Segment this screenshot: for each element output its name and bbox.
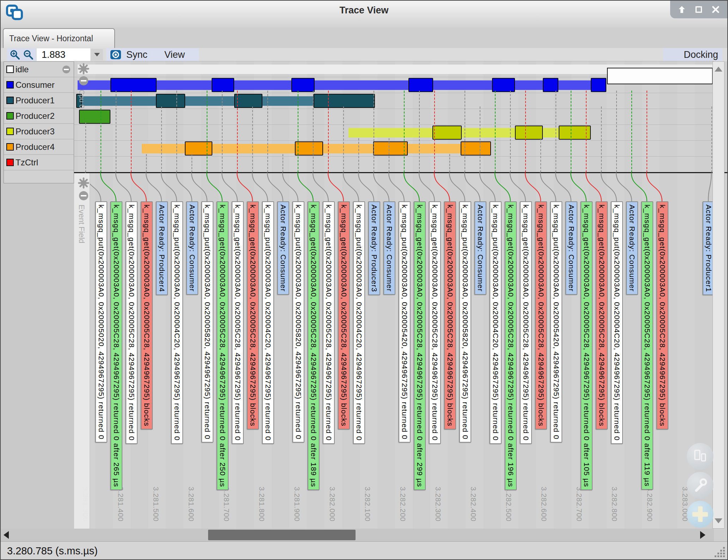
time-tick-label: 3.281.800 xyxy=(257,487,266,522)
legend-row-tzctrl[interactable]: TzCtrl xyxy=(4,155,74,170)
row-grid-line xyxy=(74,124,714,125)
consumer-running-block[interactable] xyxy=(543,78,558,92)
leader-curve xyxy=(480,172,495,201)
event-label[interactable]: k_msgq_get(0x200003A0, 0x20005C28, 42949… xyxy=(110,201,122,490)
event-label[interactable]: k_msgq_put(0x200003A0, 0x20004C20, 42949… xyxy=(490,201,502,444)
leader-curve xyxy=(252,172,268,201)
event-label[interactable]: k_msgq_put(0x200003A0, 0x20005020, 42949… xyxy=(95,201,107,443)
legend-color-swatch xyxy=(6,128,14,135)
event-label[interactable]: k_msgq_put(0x200003A0, 0x20005420, 42949… xyxy=(399,201,411,443)
scroll-down-icon[interactable] xyxy=(715,518,722,523)
zoom-plus-button[interactable] xyxy=(687,501,714,528)
legend-row-idle[interactable]: idle xyxy=(4,62,74,77)
event-label[interactable]: k_msgq_get(0x200003A0, 0x20005C28, 42949… xyxy=(247,201,259,430)
event-marker-line xyxy=(616,91,617,172)
event-label[interactable]: k_msgq_put(0x200003A0, 0x20005820, 42949… xyxy=(292,201,304,443)
consumer-running-block[interactable] xyxy=(492,78,515,92)
producer1-running-block[interactable] xyxy=(314,94,375,108)
collapse-icon[interactable] xyxy=(79,76,88,85)
event-label[interactable]: k_msgq_put(0x200003A0, 0x20004C20, 42949… xyxy=(262,201,274,444)
legend-row-producer3[interactable]: Producer3 xyxy=(4,124,74,139)
event-label[interactable]: k_msgq_get(0x200003A0, 0x20005C28, 42949… xyxy=(338,201,350,430)
legend-row-consumer[interactable]: Consumer xyxy=(4,77,74,93)
legend-row-producer4[interactable]: Producer4 xyxy=(4,139,74,155)
consumer-running-block[interactable] xyxy=(408,78,433,92)
consumer-running-block[interactable] xyxy=(591,78,606,92)
collapse-icon[interactable] xyxy=(79,191,88,200)
event-label[interactable]: k_msgq_get(0x200003A0, 0x20005C28, 42949… xyxy=(429,201,441,444)
consumer-running-block[interactable] xyxy=(291,78,315,92)
horizontal-scroll-thumb[interactable] xyxy=(208,530,356,540)
event-label[interactable]: k_msgq_get(0x200003A0, 0x20005C28, 42949… xyxy=(656,201,668,430)
event-label[interactable]: Actor Ready: Producer3 xyxy=(368,201,380,295)
event-label[interactable]: Actor Ready: Consumer xyxy=(277,201,289,295)
event-label[interactable]: Actor Ready: Consumer xyxy=(474,201,486,295)
gear-icon[interactable] xyxy=(78,63,90,75)
event-label[interactable]: k_msgq_get(0x200003A0, 0x20005C28, 42949… xyxy=(308,201,320,490)
time-tick-label: 3.282.700 xyxy=(575,487,583,522)
leader-curve xyxy=(404,172,419,201)
producer3-ready-band[interactable] xyxy=(348,128,591,138)
vertical-scrollbar[interactable] xyxy=(712,61,724,529)
consumer-ready-band[interactable] xyxy=(78,80,606,90)
producer4-running-block[interactable] xyxy=(295,141,323,156)
overview-box[interactable] xyxy=(607,68,713,84)
event-label[interactable]: k_msgq_put(0x200003A0, 0x20004C20, 42949… xyxy=(171,201,183,444)
producer1-running-block[interactable] xyxy=(156,94,185,108)
scroll-up-icon[interactable] xyxy=(715,67,722,72)
leader-curve xyxy=(571,172,586,201)
event-label[interactable]: k_msgq_put(0x200003A0, 0x20005820, 42949… xyxy=(459,201,471,443)
event-label[interactable]: Actor Ready: Producer4 xyxy=(156,201,168,295)
event-label[interactable]: k_msgq_get(0x200003A0, 0x20005C28, 42949… xyxy=(323,201,335,444)
legend-row-producer2[interactable]: Producer2 xyxy=(4,108,74,124)
event-label[interactable]: k_msgq_get(0x200003A0, 0x20005C28, 42949… xyxy=(535,201,547,430)
leader-curve xyxy=(449,172,465,201)
event-label[interactable]: Actor Ready: Consumer xyxy=(626,201,638,295)
event-label[interactable]: k_msgq_get(0x200003A0, 0x20005C28, 42949… xyxy=(505,201,517,490)
event-label[interactable]: k_msgq_get(0x200003A0, 0x20005C28, 42949… xyxy=(520,201,532,444)
event-label[interactable]: Actor Ready: Consumer xyxy=(186,201,198,295)
consumer-running-block[interactable] xyxy=(212,78,234,92)
event-label[interactable]: k_msgq_put(0x200003A0, 0x20004C20, 42949… xyxy=(353,201,365,444)
event-label[interactable]: k_msgq_get(0x200003A0, 0x20005C28, 42949… xyxy=(232,201,244,444)
event-label[interactable]: Actor Ready: Consumer xyxy=(383,201,395,295)
event-label[interactable]: k_msgq_put(0x200003A0, 0x20004C20, 42949… xyxy=(611,201,623,444)
legend-collapse-icon[interactable] xyxy=(62,66,70,73)
producer3-running-block[interactable] xyxy=(515,126,543,140)
event-label[interactable]: k_msgq_get(0x200003A0, 0x20005C28, 42949… xyxy=(414,201,426,490)
event-label[interactable]: k_msgq_get(0x200003A0, 0x20005C28, 42949… xyxy=(217,201,229,490)
consumer-running-block[interactable] xyxy=(110,78,157,92)
trace-view-window: Trace View Trace View - Horizontal xyxy=(0,0,728,560)
background-stripe xyxy=(183,61,201,529)
producer4-running-block[interactable] xyxy=(185,141,212,156)
event-label[interactable]: k_msgq_put(0x200003A0, 0x20005420, 42949… xyxy=(550,201,562,443)
pan-tool-button[interactable] xyxy=(687,443,714,470)
producer3-running-block[interactable] xyxy=(432,126,462,140)
scroll-right-icon[interactable] xyxy=(700,531,705,539)
leader-curve xyxy=(176,172,192,201)
scroll-left-icon[interactable] xyxy=(4,531,9,539)
producer4-running-block[interactable] xyxy=(373,141,408,156)
leader-curve xyxy=(313,172,328,201)
event-marker-line xyxy=(252,106,253,172)
event-label[interactable]: Actor Ready: Consumer xyxy=(565,201,577,295)
resize-grip[interactable] xyxy=(712,544,726,558)
event-marker-line xyxy=(192,154,192,172)
legend-label: idle xyxy=(16,65,29,74)
horizontal-scrollbar[interactable] xyxy=(1,529,714,541)
legend-row-producer1[interactable]: Producer1 xyxy=(4,93,74,108)
event-label[interactable]: k_msgq_get(0x200003A0, 0x20005C28, 42949… xyxy=(444,201,456,430)
time-tick-label: 3.282.000 xyxy=(328,487,336,522)
legend-label: Consumer xyxy=(16,80,55,90)
settings-tool-button[interactable] xyxy=(687,472,714,499)
event-label[interactable]: k_msgq_get(0x200003A0, 0x20005C28, 42949… xyxy=(126,201,138,444)
event-label[interactable]: k_msgq_get(0x200003A0, 0x20005C28, 42949… xyxy=(596,201,608,430)
event-label[interactable]: k_msgq_get(0x200003A0, 0x20005C28, 42949… xyxy=(641,201,653,490)
producer1-running-block[interactable] xyxy=(234,94,262,108)
time-tick-label: 3.282.800 xyxy=(610,487,619,522)
producer2-running-block[interactable] xyxy=(79,110,110,124)
gear-icon[interactable] xyxy=(78,177,90,189)
event-label[interactable]: k_msgq_get(0x200003A0, 0x20005C28, 42949… xyxy=(581,201,593,490)
event-label[interactable]: k_msgq_get(0x200003A0, 0x20005C28, 42949… xyxy=(141,201,153,430)
event-label[interactable]: k_msgq_put(0x200003A0, 0x20005820, 42949… xyxy=(201,201,213,443)
